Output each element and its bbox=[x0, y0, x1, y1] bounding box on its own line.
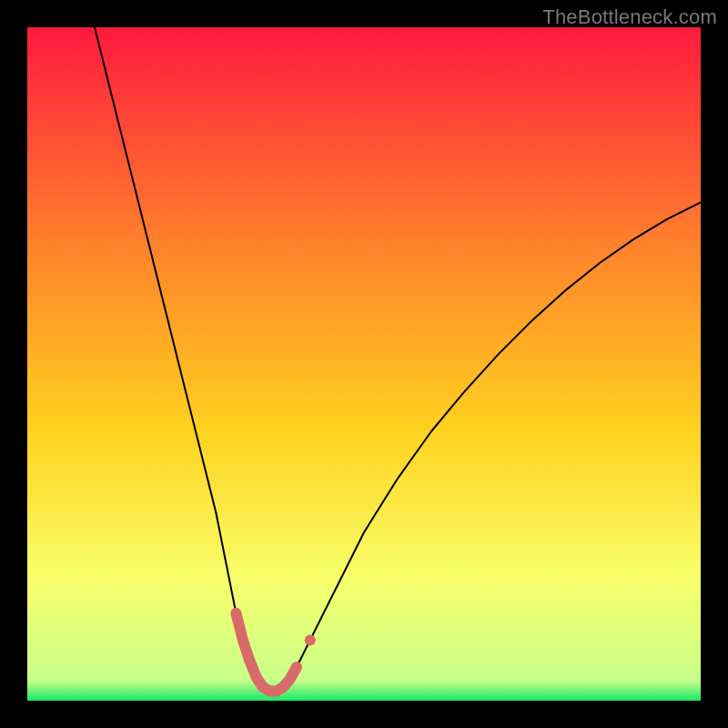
highlight-dot bbox=[305, 634, 316, 645]
chart-frame: TheBottleneck.com bbox=[0, 0, 728, 728]
watermark-text: TheBottleneck.com bbox=[542, 5, 717, 29]
chart-svg bbox=[27, 27, 701, 701]
gradient-background bbox=[27, 27, 701, 701]
plot-area bbox=[27, 27, 701, 701]
